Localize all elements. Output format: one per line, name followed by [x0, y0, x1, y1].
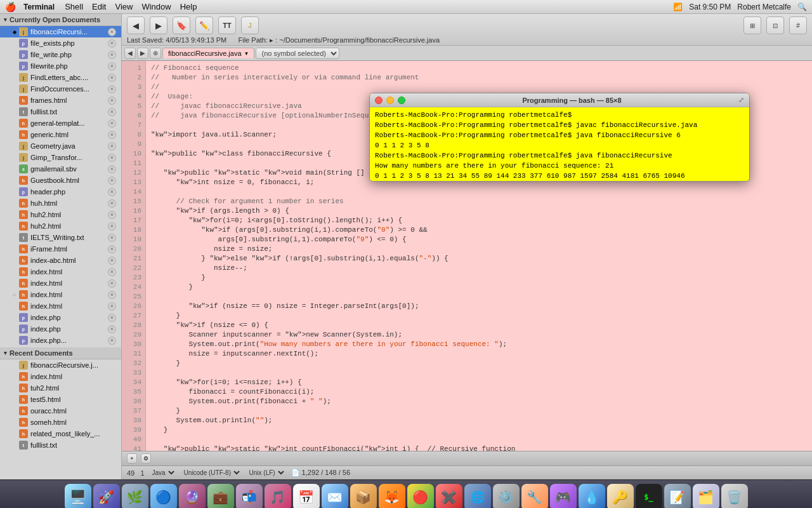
toolbar-right-btn1[interactable]: ⊞	[743, 17, 761, 34]
toolbar-arrow-left[interactable]: ◀	[127, 17, 145, 34]
sidebar-recent-test5[interactable]: h test5.html	[0, 394, 121, 405]
language-select[interactable]: Java	[150, 469, 176, 477]
tab-nav-back[interactable]: ◀	[124, 48, 136, 59]
sidebar-file-FindOccurrences[interactable]: j FindOccurrences... ×	[0, 83, 121, 95]
close-button[interactable]: ×	[108, 325, 116, 333]
sidebar-file-file_write[interactable]: p file_write.php ×	[0, 49, 121, 60]
dock-app22[interactable]: 📝	[664, 484, 691, 508]
dock-app6[interactable]: 💼	[207, 484, 234, 508]
close-button[interactable]: ×	[108, 119, 116, 128]
close-button[interactable]: ×	[108, 291, 116, 299]
dock-app14[interactable]: ✖️	[436, 484, 462, 508]
close-button[interactable]: ×	[108, 302, 116, 311]
menu-window[interactable]: Window	[141, 2, 171, 11]
sidebar-file-index4[interactable]: h index.html ×	[0, 300, 121, 312]
dock-app17[interactable]: 🔧	[521, 484, 548, 508]
dock-app7[interactable]: 📬	[236, 484, 263, 508]
toolbar-right-btn2[interactable]: ⊡	[766, 17, 784, 34]
menu-help[interactable]: Help	[180, 2, 197, 11]
sidebar-file-Geometry[interactable]: j Geometry.java ×	[0, 140, 121, 152]
close-button[interactable]: ×	[108, 257, 116, 265]
encoding-select[interactable]: Unicode (UTF-8)	[181, 469, 242, 477]
close-button[interactable]: ×	[108, 268, 116, 276]
bottom-btn-settings[interactable]: ⚙	[141, 453, 151, 464]
terminal-body[interactable]: Roberts-MacBook-Pro:Programming robertme…	[370, 107, 749, 182]
close-button[interactable]: ×	[108, 74, 116, 82]
sidebar-section-recent[interactable]: ▾ Recent Documents	[0, 347, 121, 359]
dock-app16[interactable]: ⚙️	[493, 484, 520, 508]
sidebar-file-indexp3[interactable]: p index.php... ×	[0, 335, 121, 346]
dock-app5[interactable]: 🔮	[179, 484, 206, 508]
sidebar-file-huh[interactable]: h huh.html ×	[0, 197, 121, 209]
sidebar-file-file_exists[interactable]: p file_exists.php ×	[0, 37, 121, 49]
close-button[interactable]: ×	[108, 28, 116, 36]
sidebar-file-fibonacciRecursive[interactable]: ◆ j fibonacciRecursi... ×	[0, 26, 121, 37]
dock-safari[interactable]: 🔵	[150, 484, 177, 508]
close-button[interactable]: ×	[108, 142, 116, 150]
sidebar-recent-someh[interactable]: h someh.html	[0, 417, 121, 428]
sidebar-file-fulllist[interactable]: t fulllist.txt ×	[0, 106, 121, 117]
sidebar-file-Guestbook[interactable]: h Guestbook.html ×	[0, 175, 121, 186]
dock-app11[interactable]: 📦	[350, 484, 377, 508]
dock-app12[interactable]: 🦊	[379, 484, 405, 508]
line-ending-select[interactable]: Unix (LF)	[247, 469, 286, 477]
dock-mail[interactable]: ✉️	[322, 484, 348, 508]
close-button[interactable]: ×	[108, 108, 116, 116]
tab-nav-forward[interactable]: ▶	[137, 48, 148, 59]
sidebar-file-index2[interactable]: h index.html ×	[0, 277, 121, 289]
terminal-expand-icon[interactable]: ⤢	[738, 96, 744, 104]
app-name[interactable]: Terminal	[23, 3, 55, 11]
toolbar-java-icon[interactable]: J	[241, 17, 259, 34]
close-button[interactable]: ×	[108, 314, 116, 322]
close-button[interactable]: ×	[108, 234, 116, 242]
sidebar-recent-ouracc[interactable]: h ouracc.html	[0, 405, 121, 417]
dock-chrome[interactable]: 🔴	[407, 484, 434, 508]
close-button[interactable]: ×	[108, 337, 116, 345]
terminal-minimize-button[interactable]	[386, 97, 394, 104]
terminal-maximize-button[interactable]	[398, 97, 405, 104]
sidebar-file-IELTS[interactable]: t IELTS_Writing.txt ×	[0, 232, 121, 243]
apple-menu[interactable]: 🍎	[5, 2, 16, 12]
dock-trash[interactable]: 🗑️	[721, 484, 748, 508]
sidebar-recent-related[interactable]: h related_most_likely_...	[0, 428, 121, 439]
sidebar-file-frames[interactable]: h frames.html ×	[0, 95, 121, 106]
sidebar-file-FindLetters[interactable]: j FindLetters_abc.... ×	[0, 72, 121, 83]
close-button[interactable]: ×	[108, 39, 116, 48]
sidebar-file-header[interactable]: p header.php ×	[0, 186, 121, 197]
dock-music[interactable]: 🎵	[265, 484, 291, 508]
close-button[interactable]: ×	[108, 165, 116, 173]
bottom-btn-add[interactable]: +	[127, 453, 137, 464]
sidebar-section-currently-open[interactable]: ▾ Currently Open Documents	[0, 14, 121, 26]
sidebar-file-iFrame[interactable]: h iFrame.html ×	[0, 243, 121, 255]
dock-app3[interactable]: 🌿	[122, 484, 148, 508]
sidebar-file-indexp2[interactable]: p index.php ×	[0, 323, 121, 335]
close-button[interactable]: ×	[108, 245, 116, 253]
dock-app20[interactable]: 🔑	[607, 484, 634, 508]
toolbar-pencil[interactable]: ✏️	[195, 17, 213, 34]
sidebar-file-indexp1[interactable]: p index.php ×	[0, 312, 121, 323]
dock-app15[interactable]: 🌐	[464, 484, 491, 508]
sidebar-recent-index[interactable]: h index.html	[0, 371, 121, 382]
dock-app23[interactable]: 🗂️	[693, 484, 719, 508]
dock-app19[interactable]: 💧	[579, 484, 605, 508]
close-button[interactable]: ×	[108, 97, 116, 105]
sidebar-file-index3[interactable]: ○ h index.html ×	[0, 289, 121, 300]
sidebar-file-GimpTransform[interactable]: j Gimp_Transfor... ×	[0, 152, 121, 163]
toolbar-right-btn3[interactable]: #	[789, 17, 807, 34]
close-button[interactable]: ×	[108, 131, 116, 139]
dock-launchpad[interactable]: 🚀	[93, 484, 120, 508]
close-button[interactable]: ×	[108, 177, 116, 185]
tab-active-file[interactable]: fibonacciRecursive.java ▼	[162, 48, 254, 58]
close-button[interactable]: ×	[108, 154, 116, 162]
sidebar-file-huh2-2[interactable]: h huh2.html ×	[0, 220, 121, 232]
toolbar-bookmark[interactable]: 🔖	[173, 17, 190, 34]
menu-edit[interactable]: Edit	[92, 2, 106, 11]
sidebar-recent-huh2[interactable]: h tuh2.html	[0, 382, 121, 394]
close-button[interactable]: ×	[108, 211, 116, 219]
search-icon[interactable]: 🔍	[797, 3, 807, 11]
dock-terminal[interactable]: $_	[636, 484, 662, 508]
sidebar-file-generic[interactable]: h generic.html ×	[0, 129, 121, 140]
menu-shell[interactable]: Shell	[65, 2, 83, 11]
symbol-selector[interactable]: (no symbol selected)	[256, 48, 339, 59]
terminal-close-button[interactable]	[375, 97, 383, 104]
